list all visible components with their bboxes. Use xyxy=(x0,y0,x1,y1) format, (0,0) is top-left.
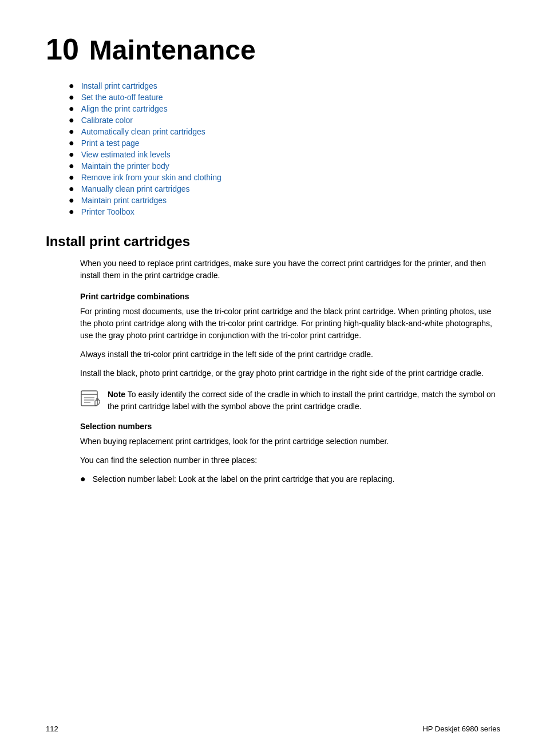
bullet-icon: ● xyxy=(69,138,74,148)
install-section-title: Install print cartridges xyxy=(46,233,500,250)
bullet-icon: ● xyxy=(69,184,74,193)
note-icon xyxy=(80,389,101,409)
note-text: Note To easily identify the correct side… xyxy=(108,389,500,413)
toc-link[interactable]: Remove ink from your skin and clothing xyxy=(81,173,221,182)
chapter-title: Maintenance xyxy=(89,37,256,64)
toc-item: ●Install print cartridges xyxy=(69,81,500,90)
product-name: HP Deskjet 6980 series xyxy=(422,725,500,733)
toc-link[interactable]: Align the print cartridges xyxy=(81,104,168,113)
selection-numbers-title: Selection numbers xyxy=(80,422,500,431)
toc-link[interactable]: Calibrate color xyxy=(81,116,133,125)
bullet-icon: ● xyxy=(69,104,74,113)
bullet-icon: ● xyxy=(69,81,74,90)
install-intro: When you need to replace print cartridge… xyxy=(80,258,500,282)
note-body-text: To easily identify the correct side of t… xyxy=(108,390,496,411)
toc-item: ●Align the print cartridges xyxy=(69,104,500,113)
bullet-icon: ● xyxy=(69,150,74,159)
toc-item: ●Printer Toolbox xyxy=(69,207,500,216)
list-item: ●Selection number label: Look at the lab… xyxy=(80,473,500,485)
toc-link[interactable]: Manually clean print cartridges xyxy=(81,184,190,193)
bullet-icon: ● xyxy=(69,127,74,136)
selection-text2: You can find the selection number in thr… xyxy=(80,454,500,466)
bullet-icon: ● xyxy=(69,207,74,216)
toc-item: ●Set the auto-off feature xyxy=(69,93,500,102)
bullet-icon: ● xyxy=(69,93,74,102)
toc-item: ●Calibrate color xyxy=(69,116,500,125)
chapter-header: 10 Maintenance xyxy=(46,34,500,64)
toc-list: ●Install print cartridges●Set the auto-o… xyxy=(69,81,500,216)
toc-item: ●Print a test page xyxy=(69,138,500,148)
print-combos-text: For printing most documents, use the tri… xyxy=(80,306,500,342)
selection-text1: When buying replacement print cartridges… xyxy=(80,436,500,448)
install-section: Install print cartridges When you need t… xyxy=(46,233,500,485)
toc-link[interactable]: Maintain print cartridges xyxy=(81,196,167,205)
bullet-icon: ● xyxy=(69,161,74,171)
note-box: Note To easily identify the correct side… xyxy=(80,389,500,413)
toc-item: ●Maintain print cartridges xyxy=(69,196,500,205)
note-label: Note xyxy=(108,390,125,399)
right-side-text: Install the black, photo print cartridge… xyxy=(80,367,500,379)
toc-item: ●Manually clean print cartridges xyxy=(69,184,500,193)
selection-bullets-list: ●Selection number label: Look at the lab… xyxy=(80,473,500,485)
footer: 112 HP Deskjet 6980 series xyxy=(46,725,500,733)
chapter-number: 10 xyxy=(46,34,79,64)
page-number: 112 xyxy=(46,725,58,733)
toc-link[interactable]: Print a test page xyxy=(81,138,140,148)
print-combos-title: Print cartridge combinations xyxy=(80,292,500,301)
toc-link[interactable]: Set the auto-off feature xyxy=(81,93,163,102)
list-item-text: Selection number label: Look at the labe… xyxy=(93,473,395,485)
toc-link[interactable]: Automatically clean print cartridges xyxy=(81,127,205,136)
toc-item: ●Automatically clean print cartridges xyxy=(69,127,500,136)
left-side-text: Always install the tri-color print cartr… xyxy=(80,349,500,361)
toc-link[interactable]: View estimated ink levels xyxy=(81,150,171,159)
bullet-icon: ● xyxy=(69,116,74,125)
toc-item: ●View estimated ink levels xyxy=(69,150,500,159)
toc-link[interactable]: Maintain the printer body xyxy=(81,161,169,171)
bullet-icon: ● xyxy=(69,173,74,182)
toc-link[interactable]: Install print cartridges xyxy=(81,81,157,90)
bullet-icon: ● xyxy=(69,196,74,205)
toc-item: ●Remove ink from your skin and clothing xyxy=(69,173,500,182)
page: 10 Maintenance ●Install print cartridges… xyxy=(0,0,546,756)
toc-link[interactable]: Printer Toolbox xyxy=(81,207,134,216)
toc-item: ●Maintain the printer body xyxy=(69,161,500,171)
bullet-icon: ● xyxy=(80,474,86,484)
